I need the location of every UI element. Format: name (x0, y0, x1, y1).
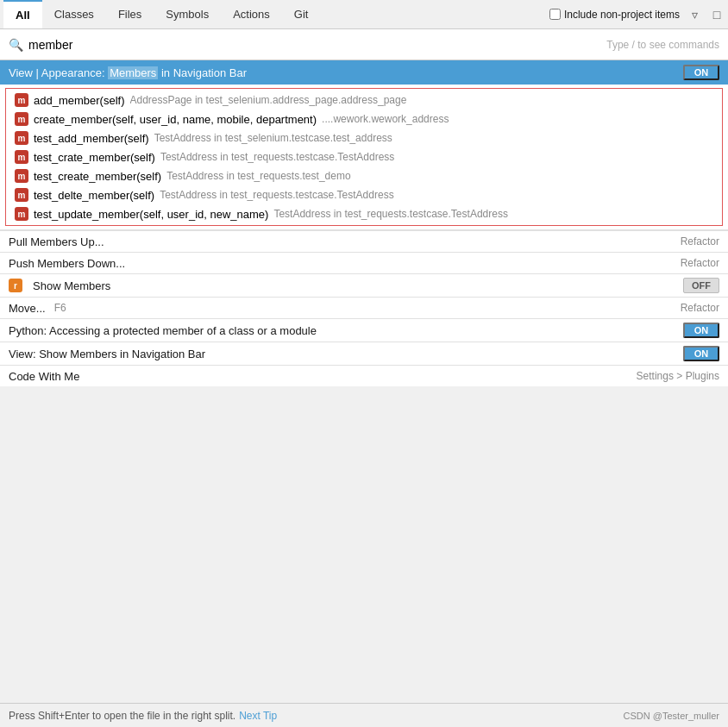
method-badge-6: m (15, 207, 28, 221)
method-result-item-0[interactable]: madd_member(self)AddressPage in test_sel… (6, 91, 722, 110)
method-result-item-3[interactable]: mtest_crate_member(self)TestAddress in t… (6, 147, 722, 166)
tab-classes[interactable]: Classes (42, 0, 106, 28)
action-label-6: Code With Me (9, 370, 79, 383)
method-result-item-1[interactable]: mcreate_member(self, user_id, name, mobi… (6, 110, 722, 128)
method-result-item-5[interactable]: mtest_delte_member(self)TestAddress in t… (6, 185, 722, 204)
method-result-item-4[interactable]: mtest_create_member(self)TestAddress in … (6, 166, 722, 185)
method-location-2: TestAddress in test_selenium.testcase.te… (154, 132, 392, 144)
action-label-3: Move... (9, 302, 46, 315)
next-tip-link[interactable]: Next Tip (239, 710, 277, 722)
section-title-highlight: Members (108, 66, 158, 79)
action-label-1: Push Members Down... (9, 257, 125, 270)
method-result-item-2[interactable]: mtest_add_member(self)TestAddress in tes… (6, 128, 722, 147)
action-badge-2: r (9, 279, 22, 292)
action-label-2: Show Members (33, 279, 110, 292)
action-item-1[interactable]: Push Members Down...Refactor (0, 253, 728, 273)
method-name-1: create_member(self, user_id, name, mobil… (34, 113, 317, 126)
action-right-5: ON (683, 346, 719, 361)
filter-icon[interactable]: ▿ (687, 7, 702, 22)
method-results-box: madd_member(self)AddressPage in test_sel… (5, 88, 723, 226)
results-container: madd_member(self)AddressPage in test_sel… (0, 85, 728, 386)
section-title-suffix: in Navigation Bar (158, 66, 247, 79)
action-left-5: View: Show Members in Navigation Bar (9, 348, 205, 360)
action-item-2[interactable]: rShow MembersOFF (0, 274, 728, 297)
action-left-0: Pull Members Up... (9, 235, 104, 248)
method-name-0: add_member(self) (34, 94, 125, 107)
action-right-label-3: Refactor (681, 302, 719, 314)
action-right-0: Refactor (681, 235, 719, 248)
method-name-6: test_update_member(self, user_id, new_na… (34, 208, 268, 221)
method-badge-3: m (15, 150, 28, 164)
method-name-4: test_create_member(self) (34, 170, 161, 183)
action-item-5[interactable]: View: Show Members in Navigation BarON (0, 342, 728, 365)
action-item-6[interactable]: Code With MeSettings > Plugins (0, 366, 728, 386)
tab-actions[interactable]: Actions (221, 0, 282, 28)
status-text: Press Shift+Enter to open the file in th… (9, 710, 235, 722)
action-label-0: Pull Members Up... (9, 235, 104, 248)
method-location-5: TestAddress in test_requests.testcase.Te… (160, 189, 393, 201)
method-badge-5: m (15, 188, 28, 202)
action-right-1: Refactor (681, 257, 719, 269)
include-non-project-control: Include non-project items (549, 9, 680, 21)
watermark: CSDN @Tester_muller (624, 711, 719, 721)
tab-right-controls: Include non-project items ▿ □ (549, 7, 725, 22)
action-left-3: Move...F6 (9, 302, 66, 315)
method-badge-2: m (15, 131, 28, 145)
section-title: View | Appearance: Members in Navigation… (9, 66, 247, 79)
action-left-1: Push Members Down... (9, 257, 125, 270)
tab-files[interactable]: Files (106, 0, 154, 28)
method-result-item-6[interactable]: mtest_update_member(self, user_id, new_n… (6, 204, 722, 223)
tab-symbols[interactable]: Symbols (154, 0, 221, 28)
tab-all[interactable]: All (3, 0, 42, 28)
search-input[interactable] (28, 38, 606, 52)
action-right-4: ON (683, 323, 719, 338)
action-item-4[interactable]: Python: Accessing a protected member of … (0, 319, 728, 342)
include-non-project-checkbox[interactable] (549, 9, 561, 20)
action-toggle-on-5[interactable]: ON (683, 346, 719, 361)
action-label-5: View: Show Members in Navigation Bar (9, 348, 205, 360)
action-right-2: OFF (683, 278, 719, 293)
section-bar: View | Appearance: Members in Navigation… (0, 60, 728, 85)
action-right-label-1: Refactor (681, 257, 719, 269)
action-item-3[interactable]: Move...F6Refactor (0, 298, 728, 318)
method-badge-0: m (15, 93, 28, 107)
search-icon: 🔍 (9, 38, 23, 52)
action-toggle-on-4[interactable]: ON (683, 323, 719, 338)
search-bar: 🔍 Type / to see commands (0, 29, 728, 60)
tab-bar: All Classes Files Symbols Actions Git In… (0, 0, 728, 29)
method-badge-4: m (15, 169, 28, 183)
action-left-4: Python: Accessing a protected member of … (9, 324, 317, 337)
tab-git[interactable]: Git (282, 0, 321, 28)
action-label-4: Python: Accessing a protected member of … (9, 324, 317, 337)
method-location-0: AddressPage in test_selenium.address_pag… (130, 94, 407, 106)
method-badge-1: m (15, 112, 28, 126)
method-location-3: TestAddress in test_requests.testcase.Te… (160, 151, 394, 163)
action-item-0[interactable]: Pull Members Up...Refactor (0, 231, 728, 252)
layout-icon[interactable]: □ (709, 7, 725, 22)
search-hint: Type / to see commands (606, 39, 719, 51)
method-location-1: ....wework.wework_address (322, 113, 449, 125)
method-location-4: TestAddress in test_requests.test_demo (166, 170, 350, 182)
method-location-6: TestAddress in test_requests.testcase.Te… (273, 208, 507, 220)
action-left-6: Code With Me (9, 370, 79, 383)
action-right-3: Refactor (681, 302, 719, 314)
status-bar: Press Shift+Enter to open the file in th… (0, 703, 728, 727)
include-non-project-label: Include non-project items (564, 9, 680, 21)
action-shortcut-3: F6 (54, 302, 66, 314)
method-name-3: test_crate_member(self) (34, 151, 155, 164)
section-title-prefix: View | Appearance: (9, 66, 108, 79)
action-right-label-0: Refactor (681, 235, 719, 248)
action-left-2: rShow Members (9, 279, 110, 292)
action-toggle-off-2[interactable]: OFF (683, 278, 719, 293)
action-right-6: Settings > Plugins (637, 370, 719, 382)
section-toggle-on-button[interactable]: ON (683, 65, 719, 80)
action-right-label-6: Settings > Plugins (637, 370, 719, 382)
method-name-2: test_add_member(self) (34, 132, 149, 145)
method-name-5: test_delte_member(self) (34, 189, 154, 202)
